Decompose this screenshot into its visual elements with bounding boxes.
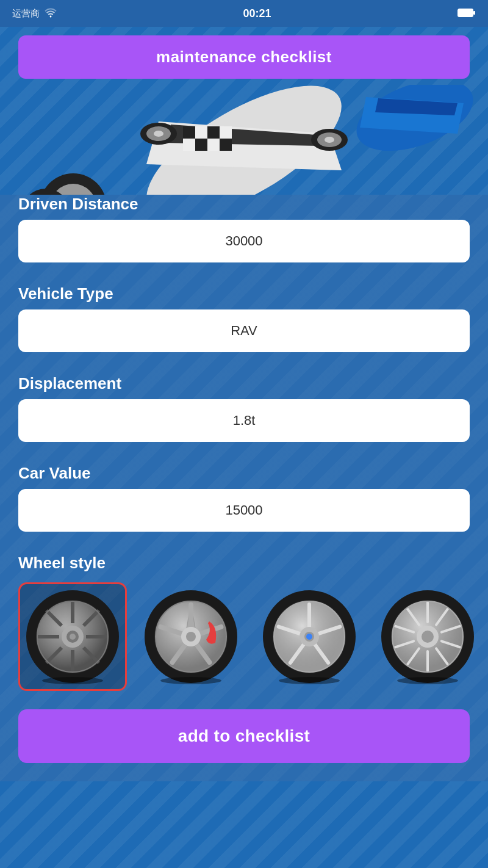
driven-distance-section: Driven Distance <box>18 195 470 280</box>
carrier-label: 运营商 <box>12 8 40 20</box>
svg-rect-8 <box>195 139 207 151</box>
maintenance-checklist-button[interactable]: maintenance checklist <box>18 35 470 79</box>
svg-point-50 <box>186 632 196 642</box>
svg-point-39 <box>42 677 103 684</box>
wheel-option-3[interactable] <box>255 582 364 691</box>
svg-rect-9 <box>207 139 220 151</box>
add-to-checklist-button[interactable]: add to checklist <box>18 709 470 763</box>
car-value-label: Car Value <box>18 464 470 483</box>
displacement-label: Displacement <box>18 374 470 393</box>
svg-rect-10 <box>220 139 232 151</box>
driven-distance-label: Driven Distance <box>18 195 470 214</box>
car-value-section: Car Value <box>18 464 470 549</box>
vehicle-type-label: Vehicle Type <box>18 284 470 303</box>
svg-rect-5 <box>207 126 220 139</box>
car-illustration <box>0 85 488 195</box>
svg-rect-7 <box>183 139 195 151</box>
vehicle-type-input[interactable] <box>18 309 470 352</box>
displacement-section: Displacement <box>18 374 470 459</box>
status-bar: 运营商 00:21 <box>0 0 488 27</box>
svg-point-82 <box>422 631 434 643</box>
wheel-style-label: Wheel style <box>18 554 470 573</box>
svg-point-16 <box>325 137 334 143</box>
svg-point-13 <box>154 131 163 137</box>
wifi-icon <box>45 8 57 20</box>
wheel-option-2[interactable] <box>137 582 245 691</box>
svg-point-37 <box>70 634 76 640</box>
svg-rect-6 <box>220 126 232 139</box>
main-content: Driven Distance Vehicle Type Displacemen… <box>0 195 488 781</box>
wheel-style-section: Wheel style <box>18 554 470 691</box>
svg-rect-1 <box>473 11 475 15</box>
car-value-input[interactable] <box>18 489 470 532</box>
svg-rect-3 <box>183 126 195 139</box>
wheel-option-1[interactable] <box>18 582 127 691</box>
vehicle-type-section: Vehicle Type <box>18 284 470 369</box>
battery-icon <box>458 8 476 20</box>
wheel-grid <box>18 582 470 691</box>
driven-distance-input[interactable] <box>18 220 470 262</box>
displacement-input[interactable] <box>18 399 470 442</box>
svg-point-64 <box>306 634 312 640</box>
svg-rect-4 <box>195 126 207 139</box>
svg-point-84 <box>397 677 458 684</box>
status-right <box>458 8 476 20</box>
svg-rect-0 <box>458 9 473 16</box>
svg-point-66 <box>279 677 340 684</box>
status-left: 运营商 <box>12 8 57 20</box>
time-display: 00:21 <box>243 7 271 20</box>
wheel-option-4[interactable] <box>373 582 482 691</box>
svg-point-52 <box>160 677 221 684</box>
